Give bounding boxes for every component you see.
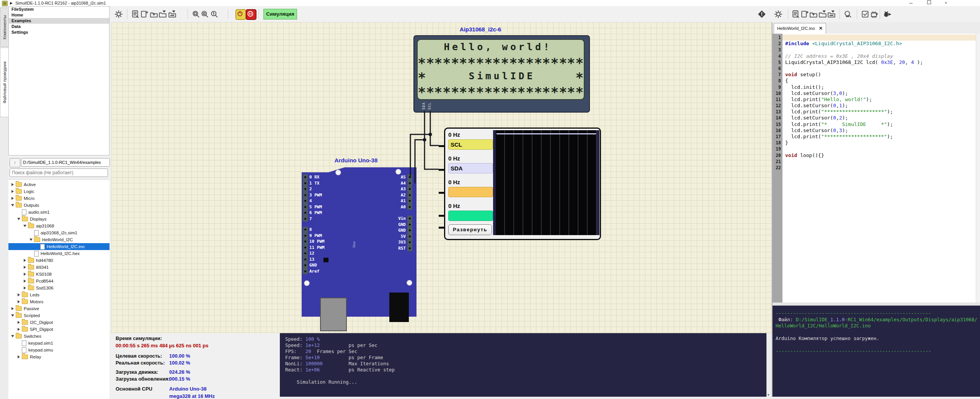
logic-analyzer[interactable]: 0 HzSCL0 HzSDA0 Hz0 Hz Развернуть <box>444 128 601 240</box>
editor-scrollbar[interactable] <box>976 34 980 303</box>
editor-tab[interactable]: HelloWorld_I2C.ino ✕ <box>774 23 826 34</box>
debug-icon[interactable] <box>757 10 766 19</box>
tree-item[interactable]: HelloWorld_I2C.hex <box>8 250 109 257</box>
save-circuit-as-icon[interactable] <box>158 10 167 19</box>
chevron-expanded-icon[interactable] <box>10 204 15 206</box>
compile-icon[interactable] <box>861 10 870 19</box>
tab-file-explorer[interactable]: Файловый проводник <box>0 47 8 117</box>
tree-item[interactable]: Relay <box>8 353 109 360</box>
lcd-display[interactable]: Hello, world! ********************* Simu… <box>413 35 590 113</box>
chevron-collapsed-icon[interactable] <box>22 280 27 283</box>
editor-splitter[interactable] <box>773 303 980 306</box>
code-text[interactable]: #include <LiquidCrystal_AIP31068_I2C.h> … <box>782 34 976 171</box>
open-circuit-icon[interactable] <box>140 10 149 19</box>
find-icon[interactable] <box>843 10 853 19</box>
pin-header-power[interactable] <box>407 216 412 251</box>
place-item[interactable]: Examples <box>9 18 109 24</box>
scope-input-pin-4[interactable] <box>439 215 445 217</box>
pin-header-digital-high[interactable] <box>303 227 308 274</box>
close-button[interactable]: × <box>942 0 949 5</box>
save-file-as-icon[interactable] <box>827 10 836 19</box>
scope-input-pin-1[interactable] <box>439 145 445 147</box>
pin-header-digital-low[interactable] <box>303 174 308 222</box>
open-file-icon[interactable] <box>809 10 818 19</box>
save-file-icon[interactable] <box>818 10 827 19</box>
chevron-collapsed-icon[interactable] <box>22 259 27 262</box>
chevron-expanded-icon[interactable] <box>16 218 21 220</box>
chevron-collapsed-icon[interactable] <box>22 286 27 289</box>
circuit-canvas[interactable]: Aip31068_i2c-6 Hello, world! ***********… <box>111 22 772 333</box>
scope-input-pin-2[interactable] <box>439 169 445 171</box>
tree-item[interactable]: hd44780 <box>8 257 109 264</box>
path-field[interactable] <box>21 158 110 167</box>
zoom-area-icon[interactable] <box>200 10 209 19</box>
code-editor[interactable]: 12345678910111213141516171819202122 #inc… <box>773 34 980 303</box>
tree-item[interactable]: keypad.simu <box>8 347 109 353</box>
debug-run-icon[interactable] <box>883 10 892 19</box>
channel-box-4[interactable] <box>448 211 493 221</box>
channel-box-1[interactable]: SCL <box>448 139 493 150</box>
tree-item[interactable]: ili9341 <box>8 264 109 271</box>
tree-item[interactable]: aip31068_i2c.sim1 <box>8 229 109 236</box>
tree-item[interactable]: audio.sim1 <box>8 209 109 216</box>
tree-item[interactable]: Switches <box>8 333 109 340</box>
settings-gear-icon[interactable] <box>114 10 123 19</box>
chevron-collapsed-icon[interactable] <box>10 307 15 310</box>
tree-item[interactable]: SPI_Digipot <box>8 326 109 333</box>
upload-icon[interactable] <box>869 10 879 19</box>
tree-item[interactable]: aip31068 <box>8 222 109 229</box>
chevron-collapsed-icon[interactable] <box>10 190 15 193</box>
chevron-expanded-icon[interactable] <box>10 335 15 337</box>
zoom-fit-icon[interactable] <box>191 10 201 19</box>
pause-button[interactable] <box>246 9 256 20</box>
tree-item[interactable]: Leds <box>8 291 109 298</box>
chevron-expanded-icon[interactable] <box>10 314 15 317</box>
sim-console-scrollbar[interactable] <box>766 333 772 397</box>
new-circuit-icon[interactable] <box>131 10 140 19</box>
maximize-button[interactable] <box>926 0 933 5</box>
search-input[interactable] <box>10 168 108 177</box>
chevron-collapsed-icon[interactable] <box>16 321 21 324</box>
save-image-icon[interactable] <box>168 10 177 19</box>
power-button[interactable] <box>235 9 246 20</box>
tree-item[interactable]: KS0108 <box>8 271 109 278</box>
tree-item[interactable]: Passive <box>8 305 109 312</box>
tree-item[interactable]: Displays <box>8 216 109 222</box>
tree-item[interactable]: I2C_Digipot <box>8 319 109 326</box>
tree-item[interactable]: keypad.sim1 <box>8 340 109 347</box>
tree-item[interactable]: Ssd1306 <box>8 285 109 291</box>
minimize-button[interactable] <box>907 0 914 5</box>
editor-settings-gear-icon[interactable] <box>774 10 783 19</box>
chevron-collapsed-icon[interactable] <box>10 197 15 200</box>
chevron-collapsed-icon[interactable] <box>10 183 15 186</box>
tab-close-icon[interactable]: ✕ <box>819 26 823 31</box>
scope-input-pin-5[interactable] <box>439 227 445 229</box>
tab-components[interactable]: Компоненты <box>0 8 8 47</box>
chevron-collapsed-icon[interactable] <box>22 266 27 269</box>
tree-item[interactable]: Motors <box>8 298 109 305</box>
place-item[interactable]: Home <box>9 12 109 18</box>
save-circuit-icon[interactable] <box>149 10 158 19</box>
place-item[interactable]: FileSystem <box>9 7 109 12</box>
tree-item[interactable]: Micro <box>8 195 109 202</box>
file-list-icon[interactable] <box>791 10 800 19</box>
pin-header-analog[interactable] <box>407 174 412 210</box>
tree-item[interactable]: Scripted <box>8 312 109 319</box>
expand-button[interactable]: Развернуть <box>448 224 492 235</box>
channel-box-2[interactable]: SDA <box>448 163 493 173</box>
chevron-collapsed-icon[interactable] <box>22 273 27 276</box>
chevron-collapsed-icon[interactable] <box>16 293 21 296</box>
scope-input-pin-3[interactable] <box>439 192 445 194</box>
chevron-expanded-icon[interactable] <box>28 239 33 241</box>
up-directory-button[interactable]: ↑ <box>10 158 20 167</box>
tree-item[interactable]: Pcd8544 <box>8 278 109 285</box>
chevron-collapsed-icon[interactable] <box>16 328 21 331</box>
chevron-collapsed-icon[interactable] <box>16 355 21 358</box>
chevron-expanded-icon[interactable] <box>22 225 27 227</box>
chevron-collapsed-icon[interactable] <box>16 300 21 303</box>
new-sketch-icon[interactable] <box>800 10 809 19</box>
place-item[interactable]: Data <box>9 24 109 29</box>
tree-item[interactable]: Outputs <box>8 202 109 209</box>
channel-box-3[interactable] <box>448 187 493 197</box>
tree-item[interactable]: HelloWorld_I2C.ino <box>8 243 109 250</box>
